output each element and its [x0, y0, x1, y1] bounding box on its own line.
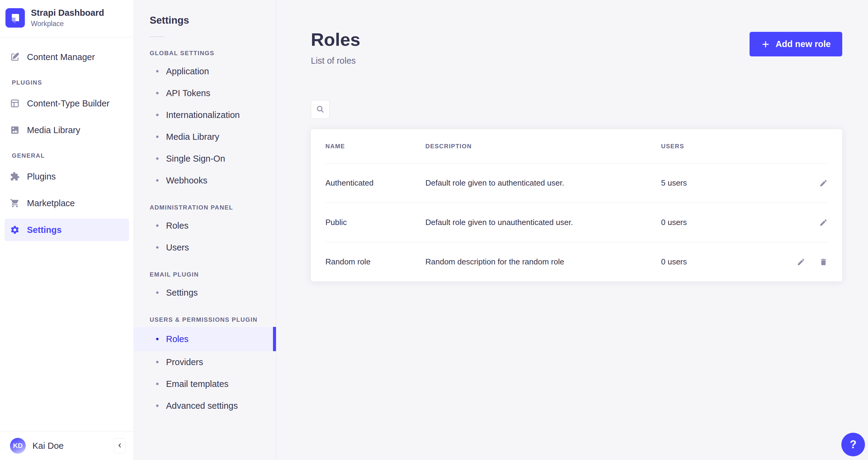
subnav-item-global-settings-single-sign-on[interactable]: •Single Sign-On — [134, 148, 276, 170]
help-button[interactable]: ? — [841, 433, 865, 456]
sidebar-item-label: Plugins — [27, 172, 56, 182]
brand-workspace: Workplace — [31, 20, 104, 28]
pencil-icon — [797, 258, 805, 266]
search-button[interactable] — [311, 100, 330, 119]
subnav-item-users-permissions-plugin-email-templates[interactable]: •Email templates — [134, 373, 276, 395]
subnav-item-label: Webhooks — [166, 176, 208, 185]
sidebar-item-media-library[interactable]: Media Library — [4, 119, 129, 141]
subnav-section-label-global-settings: GLOBAL SETTINGS — [134, 50, 276, 57]
sidebar-section-label-general: GENERAL — [8, 152, 129, 159]
pencil-icon — [819, 218, 828, 227]
collapse-sidebar-button[interactable] — [114, 438, 126, 453]
subnav-item-label: API Tokens — [166, 88, 210, 98]
subnav-item-global-settings-api-tokens[interactable]: •API Tokens — [134, 82, 276, 104]
brand-name: Strapi Dashboard — [31, 8, 104, 18]
bullet-icon: • — [156, 154, 166, 163]
subnav-item-users-permissions-plugin-providers[interactable]: •Providers — [134, 351, 276, 373]
add-new-role-button[interactable]: Add new role — [749, 32, 842, 56]
subnav-item-label: Media Library — [166, 132, 219, 142]
role-description-cell: Default role given to authenticated user… — [425, 178, 661, 188]
bullet-icon: • — [156, 357, 166, 367]
subnav-item-label: Providers — [166, 357, 203, 367]
sidebar-item-label: Media Library — [27, 125, 80, 135]
subnav-divider — [150, 36, 164, 37]
subnav-item-global-settings-internationalization[interactable]: •Internationalization — [134, 104, 276, 126]
plus-icon — [761, 40, 770, 49]
sidebar-item-plugins[interactable]: Plugins — [4, 165, 129, 188]
subnav-item-global-settings-application[interactable]: •Application — [134, 60, 276, 82]
subnav-sections: GLOBAL SETTINGS•Application•API Tokens•I… — [134, 50, 276, 416]
role-name-cell: Public — [326, 218, 425, 227]
table-body: AuthenticatedDefault role given to authe… — [311, 164, 842, 281]
edit-role-button[interactable] — [797, 258, 805, 266]
trash-icon — [819, 258, 828, 266]
edit-role-button[interactable] — [819, 179, 828, 188]
sidebar-nav: Content ManagerPLUGINSContent-Type Build… — [0, 37, 134, 431]
subnav-item-global-settings-media-library[interactable]: •Media Library — [134, 126, 276, 148]
bullet-icon: • — [156, 379, 166, 389]
brand[interactable]: Strapi Dashboard Workplace — [0, 0, 134, 37]
avatar[interactable]: KD — [10, 438, 26, 454]
subnav-item-global-settings-webhooks[interactable]: •Webhooks — [134, 170, 276, 191]
sidebar-item-label: Settings — [27, 225, 62, 235]
role-name-cell: Random role — [326, 257, 425, 266]
subnav-item-users-permissions-plugin-roles[interactable]: •Roles — [134, 327, 276, 351]
table-row-random-role[interactable]: Random roleRandom description for the ra… — [311, 242, 842, 281]
bullet-icon: • — [156, 176, 166, 185]
roles-table: NAMEDESCRIPTIONUSERS AuthenticatedDefaul… — [311, 129, 842, 281]
role-actions-cell — [770, 258, 828, 266]
page-header: Roles List of roles Add new role — [311, 30, 842, 66]
main-sidebar: Strapi Dashboard Workplace Content Manag… — [0, 0, 134, 460]
edit-role-button[interactable] — [819, 218, 828, 227]
table-row-authenticated[interactable]: AuthenticatedDefault role given to authe… — [311, 164, 842, 203]
subnav-item-label: Internationalization — [166, 110, 240, 120]
search-icon — [316, 105, 325, 115]
subnav-item-administration-panel-users[interactable]: •Users — [134, 236, 276, 258]
role-description-cell: Default role given to unauthenticated us… — [425, 218, 661, 227]
subnav-item-email-plugin-settings[interactable]: •Settings — [134, 282, 276, 304]
table-header-row: NAMEDESCRIPTIONUSERS — [311, 129, 842, 163]
subnav-title: Settings — [134, 15, 276, 26]
role-users-cell: 5 users — [661, 178, 770, 188]
sidebar-item-label: Content Manager — [27, 52, 95, 62]
role-actions-cell — [770, 179, 828, 188]
subnav-section-label-users-permissions-plugin: USERS & PERMISSIONS PLUGIN — [134, 316, 276, 323]
user-name: Kai Doe — [32, 441, 64, 451]
bullet-icon: • — [156, 89, 166, 98]
gear-icon — [10, 225, 20, 235]
puzzle-icon — [10, 172, 20, 181]
strapi-logo-icon — [5, 8, 25, 28]
role-actions-cell — [770, 218, 828, 227]
sidebar-item-settings[interactable]: Settings — [4, 219, 129, 241]
subnav-item-administration-panel-roles[interactable]: •Roles — [134, 215, 276, 236]
subnav-section-label-administration-panel: ADMINISTRATION PANEL — [134, 204, 276, 211]
column-header-name: NAME — [326, 143, 425, 150]
sidebar-item-label: Content-Type Builder — [27, 98, 110, 109]
table-row-public[interactable]: PublicDefault role given to unauthentica… — [311, 203, 842, 242]
strapi-dashboard: Strapi Dashboard Workplace Content Manag… — [0, 0, 868, 460]
subnav-item-label: Email templates — [166, 379, 228, 389]
sidebar-item-marketplace[interactable]: Marketplace — [4, 192, 129, 214]
chevron-left-icon — [116, 442, 123, 450]
feather-icon — [10, 52, 20, 62]
subnav-item-label: Application — [166, 66, 209, 77]
image-icon — [10, 125, 20, 135]
delete-role-button[interactable] — [819, 258, 828, 266]
cart-icon — [10, 198, 20, 208]
bullet-icon: • — [156, 401, 166, 410]
subnav-item-label: Settings — [166, 288, 198, 298]
bullet-icon: • — [156, 67, 166, 76]
bullet-icon: • — [156, 288, 166, 297]
subnav-item-users-permissions-plugin-advanced-settings[interactable]: •Advanced settings — [134, 395, 276, 416]
bullet-icon: • — [156, 132, 166, 141]
pencil-icon — [819, 179, 828, 188]
sidebar-item-content-type-builder[interactable]: Content-Type Builder — [4, 92, 129, 115]
main-content: Roles List of roles Add new role NAMEDES… — [276, 0, 868, 460]
settings-subnav: Settings GLOBAL SETTINGS•Application•API… — [134, 0, 276, 460]
add-new-role-label: Add new role — [776, 39, 831, 49]
subnav-item-label: Roles — [166, 221, 188, 231]
toolbar — [311, 100, 842, 119]
role-users-cell: 0 users — [661, 218, 770, 227]
sidebar-item-label: Marketplace — [27, 198, 75, 208]
sidebar-item-content-manager[interactable]: Content Manager — [4, 46, 129, 68]
